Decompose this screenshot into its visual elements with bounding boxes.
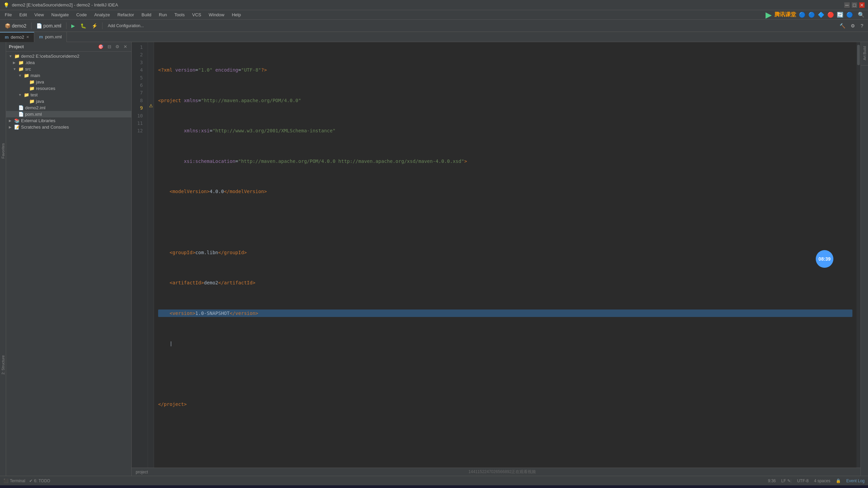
viewer-count: 1441152247026566892正在观看视频 [148,469,856,475]
tree-item-src[interactable]: ▼ 📁 src [6,66,131,72]
browser-icon-1[interactable]: 🔵 [799,12,806,18]
gutter-2 [148,50,154,57]
line-num-2: 2 [134,51,145,58]
tree-label-idea: .idea [25,60,35,65]
menu-navigate[interactable]: Navigate [48,11,72,18]
tree-icon-idea: 📁 [18,60,24,65]
add-configuration-button[interactable]: Add Configuration... [105,22,147,30]
code-line-6 [158,218,852,226]
browser-icon-5[interactable]: 🔄 [837,12,844,18]
tree-item-external[interactable]: ▶ 📚 External Libraries [6,117,131,124]
run-with-cover-button[interactable]: ⚡ [90,22,99,30]
tab-demo2[interactable]: m demo2 ✕ [0,32,34,42]
browser-icon-3[interactable]: 🔷 [818,12,825,18]
editor-scrollbar[interactable] [856,42,861,468]
menu-refactor[interactable]: Refactor [114,11,137,18]
tree-item-main[interactable]: ▼ 📁 main [6,72,131,79]
tab-demo2-close[interactable]: ✕ [26,35,29,39]
menu-window[interactable]: Window [205,11,228,18]
tree-icon-main-java: 📁 [29,79,35,85]
tree-arrow-test: ▼ [18,93,22,97]
tree-arrow-main: ▼ [18,74,22,77]
tabs-bar: m demo2 ✕ m pom.xml [0,32,868,42]
menu-vcs[interactable]: VCS [189,11,205,18]
tree-icon-external: 📚 [14,118,20,123]
todo-label: 6: TODO [34,478,50,483]
toolbar-demo2-label: demo2 [12,23,26,29]
main-layout: Favorites 2: Structure Project 🎯 ⊟ ⚙ ✕ ▼… [0,42,868,476]
toolbar-pom-btn[interactable]: 📄 pom.xml [34,22,63,30]
gutter-9-warning: ⚠ [148,102,154,109]
line-num-1: 1 [134,43,145,51]
menu-code[interactable]: Code [73,11,90,18]
hide-panel-button[interactable]: ✕ [122,43,129,50]
scrollbar-thumb [857,45,860,65]
pom-icon: 📄 [36,23,42,29]
minimize-button[interactable]: ─ [844,2,850,8]
build-project-button[interactable]: 🔨 [837,22,847,30]
tree-item-pom[interactable]: 📄 pom.xml [6,111,131,117]
tree-icon-iml: 📄 [18,105,24,110]
menu-edit[interactable]: Edit [16,11,30,18]
menu-build[interactable]: Build [138,11,155,18]
structure-label-left[interactable]: 2: Structure [0,353,6,377]
browser-icon-4[interactable]: 🔴 [827,12,834,18]
line-num-9: 9 [134,104,145,112]
toolbar-pom-label: pom.xml [43,23,61,29]
todo-tab[interactable]: ✔ 6: TODO [29,478,50,483]
code-editor[interactable]: 1 2 3 4 5 6 7 8 9 10 11 12 [132,42,861,468]
tree-label-test-java: java [36,99,44,104]
menu-run[interactable]: Run [155,11,170,18]
favorites-label[interactable]: Favorites [0,141,6,161]
tree-item-iml[interactable]: 📄 demo2.iml [6,105,131,111]
menu-view[interactable]: View [31,11,47,18]
tree-item-idea[interactable]: ▶ 📁 .idea [6,59,131,66]
tab-demo2-label: demo2 [11,35,24,40]
menu-help[interactable]: Help [228,11,244,18]
menu-analyze[interactable]: Analyze [91,11,113,18]
tree-item-demo2[interactable]: ▼ 📁 demo2 E:\cebaSource\demo2 [6,53,131,59]
title-bar-left: 💡 demo2 [E:\cebaSource\demo2] - demo2 - … [3,2,118,8]
collapse-all-button[interactable]: ⊟ [106,43,113,50]
event-log-label[interactable]: Event Log [846,478,865,483]
tree-arrow-demo2: ▼ [9,54,13,58]
search-button[interactable]: 🔍 [856,10,867,19]
tab-pom[interactable]: m pom.xml [34,32,67,42]
tree-item-resources[interactable]: 📁 resources [6,85,131,92]
title-bar: 💡 demo2 [E:\cebaSource\demo2] - demo2 - … [0,0,868,10]
tree-item-main-java[interactable]: 📁 java [6,79,131,85]
tab-pom-icon: m [39,34,43,39]
line-col-indicator: 9:36 [768,478,776,483]
project-panel: Project 🎯 ⊟ ⚙ ✕ ▼ 📁 demo2 E:\cebaSource\… [6,42,132,476]
panel-settings-button[interactable]: ⚙ [114,43,121,50]
code-line-11 [158,370,852,378]
maximize-button[interactable]: □ [852,2,857,8]
toolbar-separator-1 [31,22,32,29]
menu-bar: File Edit View Navigate Code Analyze Ref… [0,10,868,20]
tree-label-resources: resources [36,86,55,91]
tree-item-scratches[interactable]: ▶ 📝 Scratches and Consoles [6,124,131,130]
menu-file[interactable]: File [1,11,15,18]
close-button[interactable]: ✕ [859,2,865,8]
project-tree: ▼ 📁 demo2 E:\cebaSource\demo2 ▶ 📁 .idea … [6,52,131,476]
browser-icon-6[interactable]: 🔵 [846,12,853,18]
art-build-label[interactable]: Art Build [862,43,867,63]
tree-label-main: main [31,73,40,78]
menu-tools[interactable]: Tools [171,11,188,18]
code-content[interactable]: <?xml version="1.0" encoding="UTF-8"?> <… [154,42,856,468]
run-button[interactable]: ▶ [69,22,77,30]
tree-item-test[interactable]: ▼ 📁 test [6,92,131,98]
browser-icon-2[interactable]: 🔵 [808,12,815,18]
code-line-10: | [158,340,852,347]
tree-label-main-java: java [36,79,44,85]
tree-icon-test-java: 📁 [29,99,35,104]
status-bar: ⬛ Terminal ✔ 6: TODO 9:36 LF ✎: UTF-8 4 … [0,476,868,485]
terminal-tab[interactable]: ⬛ Terminal [3,478,25,483]
debug-button[interactable]: 🐛 [78,22,88,30]
toolbar-demo2-dropdown[interactable]: 📦 demo2 [3,22,29,30]
tree-arrow-scratches: ▶ [9,125,13,129]
help-toolbar-button[interactable]: ? [858,22,865,30]
settings-button[interactable]: ⚙ [849,22,857,30]
locate-in-tree-button[interactable]: 🎯 [97,43,105,50]
tree-item-test-java[interactable]: 📁 java [6,98,131,105]
